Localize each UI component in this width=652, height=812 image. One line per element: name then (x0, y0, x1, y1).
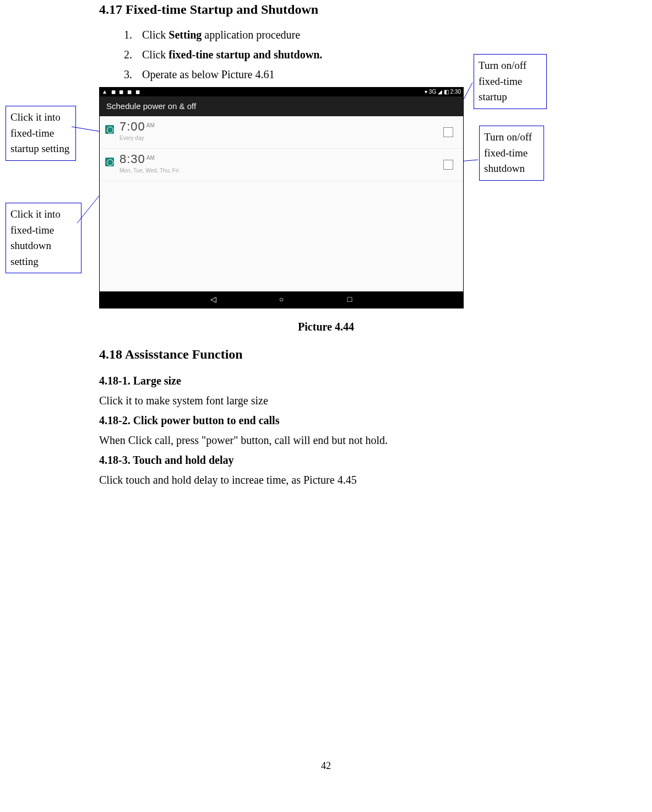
callout-startup-toggle: Turn on/off fixed-time startup (474, 54, 547, 109)
subheading-4-18-3: 4.18-3. Touch and hold delay (99, 454, 234, 467)
app-bar-title: Schedule power on & off (106, 101, 196, 111)
step-3-text: Operate as below Picture 4.61 (142, 68, 274, 80)
status-bar: ▲ ◼ ◼ ◼ ◼ ▾ 3G ◢ ◧ 2:30 (100, 88, 463, 96)
power-on-ampm: AM (146, 122, 155, 128)
power-off-icon (105, 158, 114, 166)
android-screenshot: ▲ ◼ ◼ ◼ ◼ ▾ 3G ◢ ◧ 2:30 Schedule power o… (99, 87, 464, 308)
schedule-row-power-off[interactable]: 8:30AM Mon, Tue, Wed, Thu, Fri (100, 149, 463, 181)
schedule-list: 7:00AM Every day 8:30AM Mon, Tue, Wed, T… (100, 116, 463, 291)
heading-4-17: 4.17 Fixed-time Startup and Shutdown (99, 2, 318, 17)
callout-startup-setting: Click it into fixed-time startup setting (6, 106, 76, 161)
schedule-row-power-on[interactable]: 7:00AM Every day (100, 116, 463, 149)
step-1-text-b: Setting (169, 29, 202, 41)
nav-back-icon[interactable]: ◁ (180, 291, 246, 308)
nav-bar: ◁ ○ □ (100, 291, 463, 308)
power-on-checkbox[interactable] (443, 127, 453, 137)
power-off-days: Mon, Tue, Wed, Thu, Fri (119, 167, 178, 174)
figure-caption: Picture 4.44 (0, 321, 652, 333)
power-on-hhmm: 7:00 (119, 120, 145, 133)
step-2-text-b: fixed-tine startup and shutdown. (169, 48, 322, 61)
step-3: 3. Operate as below Picture 4.61 (124, 68, 274, 81)
step-3-num: 3. (124, 68, 139, 81)
callout-shutdown-toggle: Turn on/off fixed-time shutdown (479, 126, 544, 181)
power-on-icon (105, 125, 114, 134)
status-right-icons: ▾ 3G ◢ ◧ 2:30 (425, 89, 461, 95)
power-off-hhmm: 8:30 (119, 152, 145, 166)
app-bar: Schedule power on & off (100, 96, 463, 116)
paragraph-4-18-3: Click touch and hold delay to increae ti… (99, 474, 357, 486)
power-off-ampm: AM (146, 155, 155, 161)
step-2-num: 2. (124, 48, 139, 61)
power-on-days: Every day (119, 135, 144, 141)
power-on-time: 7:00AM (119, 120, 155, 134)
heading-4-18: 4.18 Assisstance Function (99, 347, 243, 362)
nav-home-icon[interactable]: ○ (248, 291, 314, 308)
step-1-text-a: Click (142, 29, 169, 41)
subheading-4-18-1: 4.18-1. Large size (99, 375, 181, 387)
page-number: 42 (0, 760, 652, 772)
step-2: 2. Click fixed-tine startup and shutdown… (124, 48, 322, 61)
subheading-4-18-2: 4.18-2. Click power button to end calls (99, 414, 279, 427)
paragraph-4-18-2: When Click call, press "power" button, c… (99, 434, 388, 447)
callout-shutdown-setting: Click it into fixed-time shutdown settin… (6, 203, 82, 273)
paragraph-4-18-1: Click it to make system font large size (99, 394, 268, 407)
document-page: 4.17 Fixed-time Startup and Shutdown 1. … (0, 0, 652, 812)
status-left-icons: ▲ ◼ ◼ ◼ ◼ (102, 89, 141, 95)
nav-recent-icon[interactable]: □ (317, 291, 383, 308)
step-2-text-a: Click (142, 48, 169, 61)
step-1-num: 1. (124, 29, 139, 41)
power-off-time: 8:30AM (119, 152, 155, 166)
power-off-checkbox[interactable] (443, 160, 453, 170)
step-1-text-c: application procedure (202, 29, 300, 41)
step-1: 1. Click Setting application procedure (124, 29, 300, 41)
